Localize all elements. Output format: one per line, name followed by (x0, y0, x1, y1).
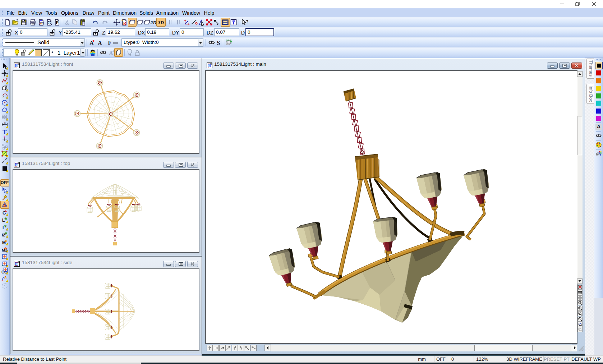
svg-text:P: P (56, 20, 59, 25)
svg-text:?: ? (246, 19, 248, 24)
svg-text:3D: 3D (158, 20, 164, 25)
svg-text:L: L (2, 218, 5, 223)
svg-text:?: ? (2, 95, 4, 98)
svg-text:I: I (3, 225, 4, 230)
svg-text:F: F (108, 40, 111, 46)
svg-text:S: S (217, 40, 220, 46)
svg-text:R: R (123, 21, 126, 26)
svg-text:2D: 2D (150, 20, 157, 25)
svg-text:x: x (4, 121, 6, 124)
svg-text:A: A (98, 40, 102, 46)
